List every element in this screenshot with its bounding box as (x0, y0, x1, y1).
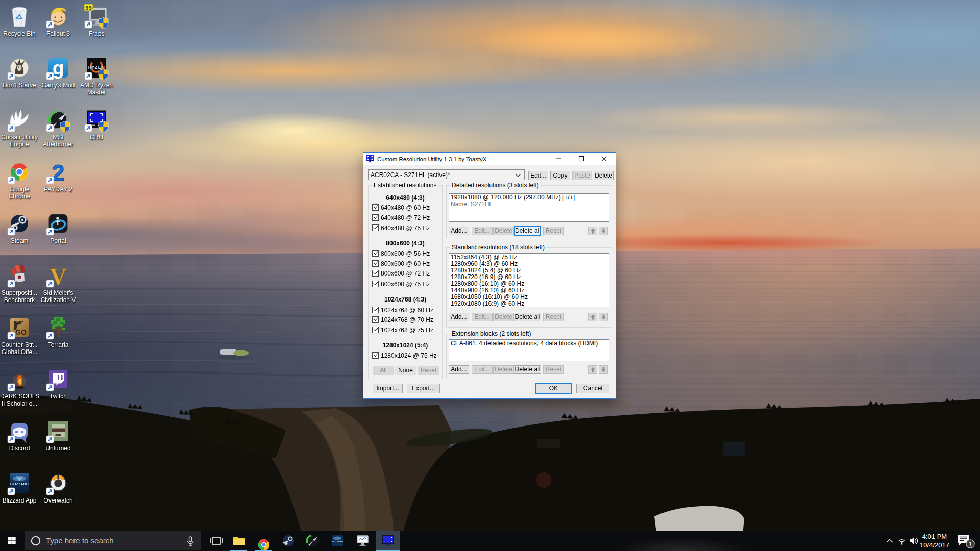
svg-text:BLIZZARD: BLIZZARD (332, 540, 343, 543)
svg-text:1: 1 (969, 541, 972, 548)
